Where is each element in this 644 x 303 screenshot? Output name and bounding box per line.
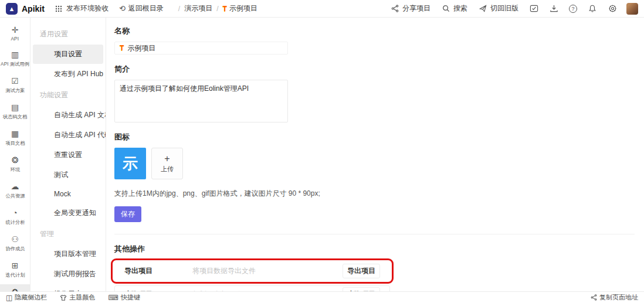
grid-menu-icon (54, 4, 63, 13)
theme-color-label: 主题颜色 (69, 293, 95, 302)
operation-action-button[interactable]: 克隆项目 (343, 287, 380, 291)
sidebar-item[interactable]: 自动生成 API 代码 (33, 125, 103, 145)
api-icon: ✛ (12, 26, 19, 34)
sidebar-section-header: 管理 (30, 223, 106, 244)
search-button[interactable]: 搜索 (441, 4, 467, 13)
rail-item-label: 环境 (10, 166, 20, 173)
project-mini-icon: T (222, 5, 226, 13)
members-icon: ⚇ (11, 235, 19, 243)
desc-field-label: 简介 (114, 64, 635, 74)
rail-item[interactable]: ▤状态码文档 (0, 100, 30, 124)
back-label: 返回根目录 (128, 4, 164, 13)
shortcuts-label: 快捷键 (121, 293, 140, 302)
rail-item-label: API 测试用例 (1, 61, 29, 68)
back-to-root-button[interactable]: ⟲ 返回根目录 (119, 4, 164, 13)
theme-color-button[interactable]: 主题颜色 (60, 293, 95, 302)
apikit-logo-icon[interactable]: ▲ (6, 3, 18, 15)
plus-icon: + (164, 154, 170, 164)
sidebar-item[interactable]: 自动生成 API 文档 (33, 105, 103, 125)
hide-sidebar-button[interactable]: ◫ 隐藏侧边栏 (6, 293, 47, 302)
public-resource-icon: ☁ (11, 182, 19, 190)
breadcrumb-separator: / (178, 5, 180, 13)
sidebar-item[interactable]: 全局变更通知 (33, 203, 103, 223)
shortcuts-button[interactable]: ⌨ 快捷键 (108, 293, 140, 302)
breadcrumb-separator: / (216, 5, 218, 13)
rail-item[interactable]: ☑测试方案 (0, 73, 30, 98)
keyboard-icon: ⌨ (108, 294, 118, 301)
rail-item[interactable]: ⚇协作成员 (0, 231, 30, 256)
rail-item[interactable]: ◔统计分析 (0, 205, 30, 230)
search-label: 搜索 (453, 4, 467, 13)
app-title: Apikit (22, 4, 45, 13)
project-desc-textarea[interactable] (114, 80, 288, 122)
name-field-label: 名称 (114, 26, 635, 36)
project-mini-icon: T (120, 44, 124, 52)
top-bar: ▲ Apikit 发布环境验收 ⟲ 返回根目录 / 演示项目 / T 示例项目 (0, 0, 644, 18)
operation-action-button[interactable]: 导出项目 (343, 264, 380, 278)
sidebar-item[interactable]: 项目设置 (33, 45, 103, 64)
operation-title: 导出项目 (124, 266, 192, 276)
sidebar-item[interactable]: Mock (33, 185, 103, 203)
sidebar-item[interactable]: 测试 (33, 165, 103, 185)
hide-sidebar-label: 隐藏侧边栏 (15, 293, 47, 302)
save-button[interactable]: 保存 (114, 206, 141, 222)
left-icon-rail: ✛API▥API 测试用例☑测试方案▤状态码文档▦项目文档❂环境☁公共资源◔统计… (0, 18, 30, 291)
tshirt-icon (60, 294, 67, 301)
settings-button[interactable] (608, 4, 617, 13)
upload-hint-text: 支持上传1M内的jpg、png、gif图片格式，建议图片尺寸 90 * 90px… (114, 189, 635, 199)
search-icon (441, 4, 450, 13)
rail-item[interactable]: ▦项目文档 (0, 126, 30, 151)
rail-item-label: 状态码文档 (3, 114, 27, 121)
share-icon (390, 4, 399, 13)
rail-item[interactable]: ▥API 测试用例 (0, 47, 30, 72)
rail-item-label: 迭代计划 (5, 272, 25, 279)
upload-label: 上传 (161, 165, 174, 173)
logo-glyph: ▲ (9, 5, 15, 12)
operation-row: 克隆项目复制一个相同的项目克隆项目 (114, 285, 390, 291)
back-icon: ⟲ (119, 4, 126, 13)
workspace-label: 发布环境验收 (66, 4, 109, 13)
sidebar-item[interactable]: 项目版本管理 (33, 244, 103, 264)
rail-item[interactable]: ⊞迭代计划 (0, 258, 30, 282)
project-name-input[interactable] (127, 44, 283, 52)
status-code-doc-icon: ▤ (11, 103, 19, 111)
breadcrumb-parent[interactable]: 演示项目 (184, 4, 212, 13)
test-plan-icon: ☑ (11, 77, 19, 85)
breadcrumb-current[interactable]: 示例项目 (229, 4, 257, 13)
sidebar-item[interactable]: 操作日志 (33, 284, 103, 291)
sidebar-item[interactable]: 测试用例报告 (33, 264, 103, 284)
operation-description: 将项目数据导出文件 (192, 266, 343, 276)
switch-old-version-button[interactable]: 切回旧版 (478, 4, 518, 13)
help-button[interactable]: ? (569, 5, 577, 13)
rail-item[interactable]: ☁公共资源 (0, 179, 30, 203)
status-bar: ◫ 隐藏侧边栏 主题颜色 ⌨ 快捷键 复制页面地址 (0, 291, 644, 303)
user-avatar[interactable] (626, 3, 638, 15)
panel-icon: ◫ (6, 294, 12, 301)
iteration-plan-icon: ⊞ (12, 261, 19, 270)
upload-icon-button[interactable]: + 上传 (151, 148, 183, 179)
sidebar-item[interactable]: 查重设置 (33, 145, 103, 165)
notifications-button[interactable] (588, 4, 597, 13)
sidebar-item[interactable]: 发布到 API Hub (33, 64, 103, 84)
help-icon: ? (569, 5, 577, 13)
paper-plane-icon (478, 4, 487, 13)
project-settings-panel: 名称 T 简介 图标 示 + 上传 支持上传1M内的jpg、png、gif图片格… (106, 18, 644, 291)
operation-row: 导出项目将项目数据导出文件导出项目 (114, 262, 390, 280)
sidebar-section-header: 通用设置 (30, 23, 106, 44)
feedback-button[interactable] (529, 4, 538, 13)
rail-item[interactable]: ❂环境 (0, 152, 30, 177)
other-operations-list: 导出项目将项目数据导出文件导出项目克隆项目复制一个相同的项目克隆项目归档项目禁用… (114, 262, 635, 291)
copy-page-url-button[interactable]: 复制页面地址 (591, 293, 638, 302)
sidebar-section-header: 功能设置 (30, 84, 106, 105)
section-divider (114, 234, 635, 234)
icon-field-label: 图标 (114, 132, 635, 142)
api-testcase-icon: ▥ (11, 50, 19, 59)
rail-item-label: 测试方案 (5, 87, 25, 94)
download-button[interactable] (549, 4, 558, 13)
rail-item[interactable]: ✛API (0, 22, 30, 45)
rail-item-label: 项目文档 (5, 140, 25, 147)
workspace-switcher[interactable]: 发布环境验收 (54, 4, 109, 13)
project-name-field[interactable]: T (114, 42, 288, 55)
share-project-button[interactable]: 分享项目 (390, 4, 431, 13)
statistics-icon: ◔ (12, 209, 17, 217)
